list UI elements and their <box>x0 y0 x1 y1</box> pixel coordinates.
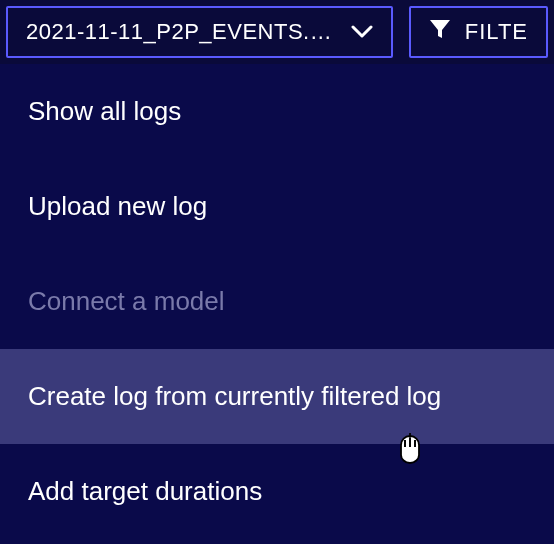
file-dropdown[interactable]: 2021-11-11_P2P_EVENTS.CSV <box>6 6 393 58</box>
menu-item-upload-new-log[interactable]: Upload new log <box>0 159 554 254</box>
menu-item-label: Add target durations <box>28 476 262 506</box>
filter-button[interactable]: FILTE <box>409 6 548 58</box>
menu-item-label: Connect a model <box>28 286 225 316</box>
menu-item-connect-model: Connect a model <box>0 254 554 349</box>
menu-item-add-target-durations[interactable]: Add target durations <box>0 444 554 539</box>
filter-icon <box>429 18 451 46</box>
menu-item-label: Create log from currently filtered log <box>28 381 441 411</box>
menu-item-create-filtered-log[interactable]: Create log from currently filtered log <box>0 349 554 444</box>
dropdown-menu: Show all logs Upload new log Connect a m… <box>0 64 554 544</box>
chevron-down-icon <box>351 19 373 45</box>
filter-button-label: FILTE <box>465 19 528 45</box>
menu-item-show-all-logs[interactable]: Show all logs <box>0 64 554 159</box>
menu-item-label: Upload new log <box>28 191 207 221</box>
toolbar: 2021-11-11_P2P_EVENTS.CSV FILTE <box>0 0 554 58</box>
menu-item-label: Show all logs <box>28 96 181 126</box>
file-dropdown-label: 2021-11-11_P2P_EVENTS.CSV <box>26 19 339 45</box>
